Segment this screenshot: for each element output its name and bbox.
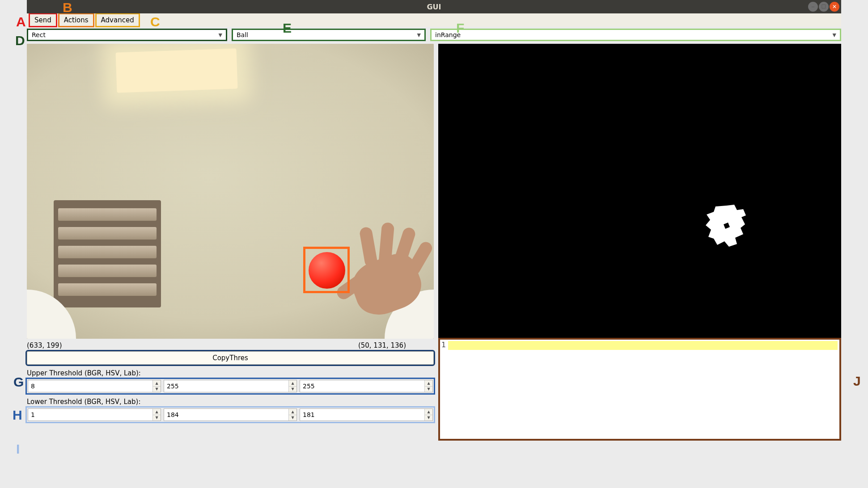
lower-a-input[interactable] <box>28 409 152 421</box>
upper-threshold-row: ▲▼ ▲▼ ▲▼ <box>27 379 434 393</box>
menu-advanced[interactable]: Advanced <box>95 13 140 27</box>
annotation-A: A <box>16 14 26 29</box>
camera-vent <box>54 200 161 307</box>
titlebar: GUI ‒ ☐ ✕ <box>27 0 841 13</box>
detection-box <box>303 247 350 293</box>
spin-down-icon[interactable]: ▼ <box>153 415 161 421</box>
spin-up-icon[interactable]: ▲ <box>289 380 296 387</box>
spin-down-icon[interactable]: ▼ <box>289 387 296 392</box>
lower-threshold-row: ▲▼ ▲▼ ▲▼ <box>27 408 434 422</box>
code-line-number: 1 <box>441 341 446 349</box>
chevron-down-icon: ▼ <box>219 32 222 38</box>
spin-up-icon[interactable]: ▲ <box>289 409 296 415</box>
close-button[interactable]: ✕ <box>830 2 839 12</box>
camera-view[interactable] <box>27 44 434 339</box>
spin-down-icon[interactable]: ▼ <box>425 415 432 421</box>
dropdown-row: Rect ▼ Ball ▼ inRange ▼ <box>0 27 868 44</box>
lower-c-spinbox[interactable]: ▲▼ <box>300 408 433 421</box>
dropdown-object[interactable]: Ball ▼ <box>232 29 426 41</box>
lower-c-input[interactable] <box>300 409 424 421</box>
annotation-B: B <box>63 0 72 15</box>
status-color: (50, 131, 136) <box>358 341 406 349</box>
lower-threshold-label: Lower Threshold (BGR, HSV, Lab): <box>27 398 434 406</box>
upper-a-input[interactable] <box>28 380 152 392</box>
upper-c-spinbox[interactable]: ▲▼ <box>300 380 433 392</box>
image-panels <box>0 44 868 339</box>
spin-up-icon[interactable]: ▲ <box>425 380 432 387</box>
lower-a-spinbox[interactable]: ▲▼ <box>28 408 161 421</box>
menu-send[interactable]: Send <box>29 13 57 27</box>
dropdown-shape-value: Rect <box>32 31 46 38</box>
menubar: Send Actions Advanced <box>27 13 841 27</box>
window-controls: ‒ ☐ ✕ <box>808 0 841 13</box>
spin-up-icon[interactable]: ▲ <box>153 380 161 387</box>
spin-down-icon[interactable]: ▼ <box>289 415 296 421</box>
annotation-I: I <box>16 442 20 457</box>
minimize-button[interactable]: ‒ <box>808 2 818 12</box>
upper-b-spinbox[interactable]: ▲▼ <box>164 380 297 392</box>
chevron-down-icon: ▼ <box>417 32 421 38</box>
annotation-D: D <box>15 33 25 48</box>
annotation-G: G <box>13 374 24 390</box>
threshold-controls: CopyThres Upper Threshold (BGR, HSV, Lab… <box>27 351 434 441</box>
annotation-C: C <box>150 14 160 29</box>
upper-c-input[interactable] <box>300 380 424 392</box>
dropdown-object-value: Ball <box>237 31 248 38</box>
mask-view[interactable] <box>438 44 841 339</box>
annotation-H: H <box>13 408 22 423</box>
upper-a-spinbox[interactable]: ▲▼ <box>28 380 161 392</box>
annotation-J: J <box>853 374 861 389</box>
annotation-E: E <box>283 21 292 36</box>
upper-threshold-label: Upper Threshold (BGR, HSV, Lab): <box>27 369 434 377</box>
lower-b-input[interactable] <box>164 409 288 421</box>
camera-light <box>116 48 238 93</box>
mask-blob <box>702 202 756 251</box>
status-coords: (633, 199) <box>27 341 62 349</box>
dropdown-shape[interactable]: Rect ▼ <box>27 29 227 41</box>
dropdown-method[interactable]: inRange ▼ <box>430 29 841 41</box>
maximize-button[interactable]: ☐ <box>819 2 829 12</box>
code-panel[interactable]: 1 <box>438 338 841 441</box>
spin-up-icon[interactable]: ▲ <box>425 409 432 415</box>
status-row: (633, 199) (50, 131, 136) <box>0 339 433 351</box>
spin-down-icon[interactable]: ▼ <box>153 387 161 392</box>
annotation-F: F <box>456 21 464 36</box>
copy-thres-button[interactable]: CopyThres <box>27 351 434 365</box>
controls: CopyThres Upper Threshold (BGR, HSV, Lab… <box>0 351 868 441</box>
upper-b-input[interactable] <box>164 380 288 392</box>
lower-b-spinbox[interactable]: ▲▼ <box>164 408 297 421</box>
window-title: GUI <box>427 3 441 11</box>
chevron-down-icon: ▼ <box>833 32 836 38</box>
spin-down-icon[interactable]: ▼ <box>425 387 432 392</box>
spin-up-icon[interactable]: ▲ <box>153 409 161 415</box>
code-line-highlight <box>448 341 838 350</box>
